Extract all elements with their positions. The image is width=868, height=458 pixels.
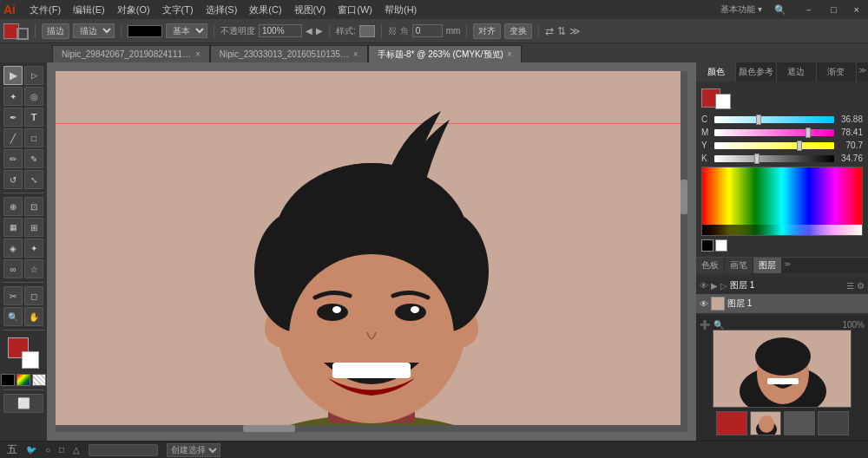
warp-tool[interactable]: ⊕ bbox=[3, 197, 23, 216]
channel-k-bar[interactable] bbox=[714, 155, 834, 162]
paintbrush-tool[interactable]: ✏ bbox=[3, 149, 23, 168]
fill-stroke-colors[interactable] bbox=[8, 337, 39, 369]
channel-y-bar[interactable] bbox=[714, 142, 834, 149]
lasso-tool[interactable]: ◎ bbox=[24, 87, 43, 106]
graph-tool[interactable]: ▦ bbox=[3, 218, 23, 237]
hand-tool[interactable]: ✋ bbox=[24, 307, 43, 326]
tab-layers[interactable]: 图层 bbox=[753, 258, 781, 273]
stroke-select[interactable]: 描边 bbox=[73, 23, 115, 38]
menu-help[interactable]: 帮助(H) bbox=[379, 2, 422, 18]
channel-y-thumb[interactable] bbox=[797, 141, 802, 151]
pencil-tool[interactable]: ✎ bbox=[24, 149, 43, 168]
blend-tool[interactable]: ∞ bbox=[3, 259, 23, 278]
tab-edge[interactable]: 遮边 bbox=[777, 62, 817, 82]
search-bar[interactable]: 🔍 bbox=[769, 3, 792, 17]
panel-scroll-right[interactable]: ≫ bbox=[857, 62, 868, 82]
bg-swatch[interactable] bbox=[715, 94, 731, 109]
layer-1-visibility[interactable]: 👁 bbox=[700, 299, 708, 309]
thumb-add-icon[interactable]: ➕ bbox=[700, 320, 710, 330]
layer-lock-icon[interactable]: ▶ bbox=[711, 281, 718, 291]
view-mode-select[interactable]: 创建选择 bbox=[167, 443, 220, 457]
maximize-btn[interactable]: □ bbox=[825, 3, 842, 16]
menu-view[interactable]: 视图(V) bbox=[289, 2, 332, 18]
channel-k-thumb[interactable] bbox=[754, 154, 760, 164]
tab-3[interactable]: 手标题-8* @ 263% (CMYK/预览) × bbox=[368, 45, 522, 62]
zoom-slider[interactable] bbox=[89, 444, 158, 456]
tab-color[interactable]: 颜色 bbox=[696, 62, 736, 82]
icon-link[interactable]: ⛓ bbox=[388, 26, 397, 36]
eraser-tool[interactable]: ◻ bbox=[24, 286, 43, 305]
canvas-scrollbar-h[interactable] bbox=[56, 425, 681, 432]
zoom-tool[interactable]: 🔍 bbox=[3, 307, 23, 326]
menu-effect[interactable]: 效果(C) bbox=[244, 2, 286, 18]
small-thumb-3[interactable] bbox=[784, 411, 815, 435]
menu-window[interactable]: 窗口(W) bbox=[332, 2, 378, 18]
rect-tool[interactable]: □ bbox=[24, 128, 43, 147]
opacity-increment[interactable]: ▶ bbox=[316, 26, 323, 36]
angle-input[interactable] bbox=[412, 24, 443, 37]
layer-tabs-more[interactable]: ≫ bbox=[782, 258, 792, 273]
free-transform-tool[interactable]: ⊡ bbox=[24, 197, 43, 216]
layer-settings-icon[interactable]: ⚙ bbox=[857, 281, 865, 291]
channel-m-bar[interactable] bbox=[714, 129, 834, 136]
select-tool[interactable]: ▶ bbox=[3, 66, 23, 85]
align-btn[interactable]: 对齐 bbox=[473, 23, 501, 39]
minimize-btn[interactable]: － bbox=[799, 2, 819, 18]
opacity-decrement[interactable]: ◀ bbox=[306, 26, 312, 36]
color-spectrum[interactable] bbox=[701, 167, 863, 236]
channel-c-bar[interactable] bbox=[714, 116, 834, 123]
thumb-search-icon[interactable]: 🔍 bbox=[713, 320, 724, 330]
more-icon[interactable]: ≫ bbox=[569, 25, 581, 37]
tab-2-close[interactable]: × bbox=[353, 49, 358, 59]
opacity-input[interactable] bbox=[259, 24, 302, 37]
eyedropper-tool[interactable]: ✦ bbox=[24, 239, 43, 258]
type-tool[interactable]: T bbox=[24, 108, 43, 127]
layer-item-1[interactable]: 👁 图层 1 bbox=[696, 294, 868, 313]
scrollbar-thumb-v[interactable] bbox=[681, 180, 687, 214]
tab-color-ref[interactable]: 颜色参考 bbox=[736, 62, 776, 82]
close-btn[interactable]: × bbox=[849, 3, 865, 16]
small-thumb-4[interactable] bbox=[818, 411, 849, 435]
scissors-tool[interactable]: ✂ bbox=[3, 286, 23, 305]
tab-gradient[interactable]: 渐变 bbox=[817, 62, 857, 82]
canvas-scrollbar-v[interactable] bbox=[681, 71, 687, 432]
tab-1-close[interactable]: × bbox=[195, 49, 201, 59]
magic-wand-tool[interactable]: ✦ bbox=[3, 87, 23, 106]
flip-v-icon[interactable]: ⇅ bbox=[557, 25, 566, 37]
flip-h-icon[interactable]: ⇄ bbox=[545, 25, 554, 37]
none-color[interactable] bbox=[1, 374, 15, 386]
direct-select-tool[interactable]: ▷ bbox=[24, 66, 43, 85]
layer-options-icon[interactable]: ☰ bbox=[846, 281, 854, 291]
stroke-color-box[interactable] bbox=[16, 28, 29, 40]
tab-brushes[interactable]: 画笔 bbox=[725, 258, 753, 273]
no-fill-color[interactable] bbox=[32, 374, 46, 386]
line-tool[interactable]: ╱ bbox=[3, 128, 23, 147]
draw-mode-btn[interactable]: ⬜ bbox=[3, 394, 43, 413]
menu-object[interactable]: 对象(O) bbox=[112, 2, 155, 18]
menu-text[interactable]: 文字(T) bbox=[157, 2, 199, 18]
tab-3-close[interactable]: × bbox=[507, 49, 512, 59]
layer-visibility-icon[interactable]: 👁 bbox=[700, 281, 708, 291]
tab-1[interactable]: Nipic_29842067_20190824111818554000.ai* … bbox=[52, 45, 210, 62]
layer-play-icon[interactable]: ▷ bbox=[720, 281, 727, 291]
mesh-tool[interactable]: ⊞ bbox=[24, 218, 43, 237]
transform-btn[interactable]: 变换 bbox=[504, 23, 532, 39]
gradient-tool[interactable]: ◈ bbox=[3, 239, 23, 258]
menu-file[interactable]: 文件(F) bbox=[24, 2, 66, 18]
gradient-color[interactable] bbox=[16, 374, 30, 386]
channel-c-thumb[interactable] bbox=[756, 114, 761, 125]
small-thumb-1[interactable] bbox=[716, 411, 747, 435]
tab-swatches[interactable]: 色板 bbox=[696, 258, 724, 273]
rotate-tool[interactable]: ↺ bbox=[3, 170, 23, 189]
stroke-color[interactable] bbox=[22, 351, 39, 369]
symbol-tool[interactable]: ☆ bbox=[24, 259, 43, 278]
stroke-style-select[interactable]: 基本 bbox=[166, 23, 207, 38]
menu-select[interactable]: 选择(S) bbox=[201, 2, 243, 18]
scale-tool[interactable]: ⤡ bbox=[24, 170, 43, 189]
workspace-selector[interactable]: 基本功能 ▾ bbox=[720, 3, 762, 16]
canvas-area[interactable] bbox=[47, 62, 696, 441]
black-box[interactable] bbox=[701, 239, 713, 252]
scrollbar-thumb-h[interactable] bbox=[243, 425, 295, 432]
channel-m-thumb[interactable] bbox=[806, 128, 811, 138]
small-thumb-2[interactable] bbox=[750, 411, 781, 435]
